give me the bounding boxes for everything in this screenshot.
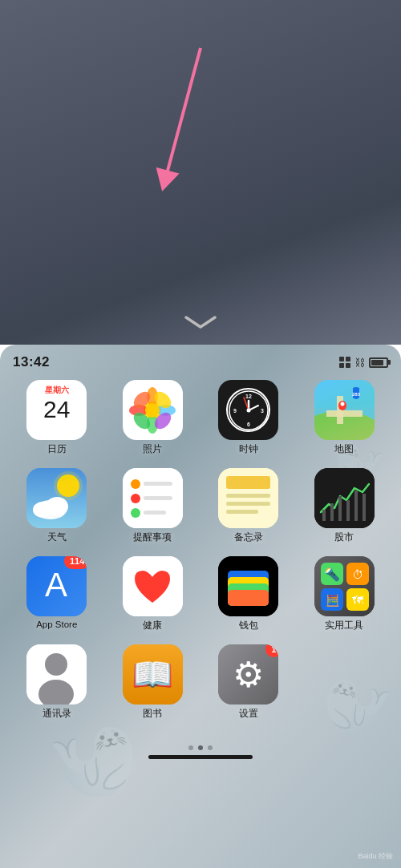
status-bar: 13:42 ⛓ xyxy=(0,345,401,375)
svg-text:280: 280 xyxy=(352,392,361,397)
calendar-icon: 星期六 24 xyxy=(26,380,87,440)
svg-point-26 xyxy=(340,402,344,406)
app-calendar[interactable]: 星期六 24 日历 xyxy=(13,380,101,455)
calendar-day: 24 xyxy=(43,398,70,422)
app-settings[interactable]: ⚙ 1 设置 xyxy=(205,644,293,720)
svg-rect-43 xyxy=(226,502,270,506)
svg-point-36 xyxy=(131,494,140,503)
svg-text:🧮: 🧮 xyxy=(325,594,339,608)
app-contacts[interactable]: 通讯录 xyxy=(13,644,101,720)
utilities-label: 实用工具 xyxy=(325,620,363,632)
home-indicator-area xyxy=(0,737,401,759)
calendar-label: 日历 xyxy=(47,443,67,455)
svg-point-70 xyxy=(45,653,67,676)
appstore-badge: 114 xyxy=(64,556,87,569)
weather-icon xyxy=(26,468,87,528)
app-grid: 星期六 24 日历 xyxy=(0,375,401,737)
svg-rect-47 xyxy=(330,503,334,521)
page-dots xyxy=(188,745,213,750)
svg-marker-1 xyxy=(151,168,180,195)
clock-icon: 12 3 6 9 xyxy=(218,380,278,440)
health-icon xyxy=(123,556,183,616)
top-dark-area xyxy=(0,0,401,345)
svg-rect-46 xyxy=(322,510,326,521)
appstore-icon: A 114 xyxy=(26,556,87,616)
ios-screen: 🦭 🦭 🦭 13:42 ⛓ 星期六 24 xyxy=(0,345,401,868)
app-photos[interactable]: 照片 xyxy=(109,380,197,455)
svg-rect-35 xyxy=(144,482,172,486)
chevron-handle[interactable] xyxy=(183,313,218,330)
svg-rect-39 xyxy=(144,511,166,515)
utilities-icon: 🔦 ⏱ 🧮 🗺 xyxy=(314,556,375,616)
arrow-indicator xyxy=(136,42,224,209)
stocks-icon xyxy=(314,468,375,528)
clock-label: 时钟 xyxy=(239,443,258,455)
books-label: 图书 xyxy=(143,708,162,720)
home-bar[interactable] xyxy=(148,755,253,759)
svg-text:3: 3 xyxy=(261,408,264,414)
app-row-2: 天气 提醒事项 xyxy=(13,468,388,543)
svg-line-0 xyxy=(168,48,200,172)
watermark: Baidu 经验 xyxy=(358,851,393,862)
app-stocks[interactable]: 股市 xyxy=(301,468,389,543)
app-weather[interactable]: 天气 xyxy=(13,468,101,543)
app-row-4: 通讯录 📖 xyxy=(13,644,388,720)
stocks-label: 股市 xyxy=(334,531,354,543)
link-icon: ⛓ xyxy=(354,357,365,369)
app-reminders[interactable]: 提醒事项 xyxy=(109,468,197,543)
signal-icon xyxy=(339,357,350,368)
app-utilities[interactable]: 🔦 ⏱ 🧮 🗺 实用工具 xyxy=(301,556,389,632)
settings-label: 设置 xyxy=(239,708,258,720)
app-notes[interactable]: 备忘录 xyxy=(205,468,293,543)
app-row-3: A 114 App Store 健康 xyxy=(13,556,388,632)
calendar-weekday: 星期六 xyxy=(26,385,87,396)
photos-label: 照片 xyxy=(143,443,162,455)
app-maps[interactable]: 280 地图 xyxy=(301,380,389,455)
app-books[interactable]: 📖 图书 xyxy=(109,644,197,720)
battery-icon xyxy=(369,357,388,368)
svg-rect-42 xyxy=(226,494,270,498)
app-wallet[interactable]: 钱包 xyxy=(205,556,293,632)
svg-text:📖: 📖 xyxy=(132,655,174,695)
photos-icon xyxy=(123,380,183,440)
books-icon: 📖 xyxy=(123,644,183,704)
svg-rect-41 xyxy=(226,476,270,489)
svg-rect-37 xyxy=(144,496,172,500)
svg-rect-23 xyxy=(326,410,363,417)
svg-text:⏱: ⏱ xyxy=(352,568,363,581)
svg-point-29 xyxy=(54,471,83,500)
svg-text:6: 6 xyxy=(247,422,250,427)
app-appstore[interactable]: A 114 App Store xyxy=(13,556,101,632)
app-clock[interactable]: 12 3 6 9 时钟 xyxy=(205,380,293,455)
svg-rect-44 xyxy=(226,510,258,514)
svg-text:🔦: 🔦 xyxy=(324,567,340,582)
svg-rect-49 xyxy=(346,500,350,521)
notes-icon xyxy=(218,468,278,528)
svg-point-38 xyxy=(131,508,140,518)
dot-3 xyxy=(208,745,213,750)
svg-rect-48 xyxy=(338,496,342,521)
svg-rect-51 xyxy=(363,494,366,521)
svg-text:⚙: ⚙ xyxy=(233,655,264,694)
notes-label: 备忘录 xyxy=(234,531,263,543)
svg-point-34 xyxy=(131,479,140,489)
app-health[interactable]: 健康 xyxy=(109,556,197,632)
app-row-1: 星期六 24 日历 xyxy=(13,380,388,455)
wallet-icon xyxy=(218,556,278,616)
status-time: 13:42 xyxy=(13,354,50,370)
svg-point-32 xyxy=(46,497,68,516)
weather-label: 天气 xyxy=(47,531,67,543)
wallet-label: 钱包 xyxy=(239,620,258,632)
svg-rect-59 xyxy=(228,590,269,606)
status-icons: ⛓ xyxy=(339,357,388,369)
contacts-label: 通讯录 xyxy=(43,708,71,720)
dot-1 xyxy=(188,745,193,750)
maps-label: 地图 xyxy=(334,443,354,455)
svg-point-11 xyxy=(145,403,160,418)
svg-text:🗺: 🗺 xyxy=(352,594,363,607)
appstore-label: App Store xyxy=(36,620,77,629)
settings-icon: ⚙ 1 xyxy=(218,644,278,704)
svg-point-20 xyxy=(246,408,250,412)
svg-text:A: A xyxy=(45,566,67,604)
svg-text:9: 9 xyxy=(233,408,237,414)
